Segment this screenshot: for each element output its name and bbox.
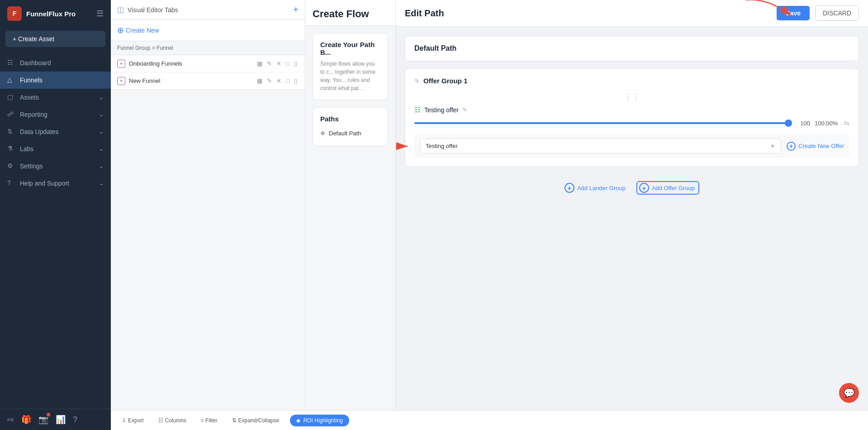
chevron-down-icon: ⌄ [99,129,104,135]
funnel-item-name: Onboarding Funnels [129,60,252,67]
chat-bubble-button[interactable]: 💬 [839,383,859,403]
path-item[interactable]: ✥ Default Path [320,128,380,139]
expand-collapse-button[interactable]: ⇅ Expand/Collapse [228,416,283,425]
funnel-item-name: New Funnel [129,77,252,84]
plus-circle-icon: + [639,183,649,193]
offer-group-header: ✎ Offer Group 1 [414,77,849,85]
offer-edit-icon[interactable]: ✎ [462,106,467,113]
sidebar-item-help[interactable]: ? Help and Support ⌄ [0,175,111,192]
path-info-title: Create Your Path B... [320,41,380,56]
sidebar-item-label: Reporting [20,111,47,118]
create-new-offer-button[interactable]: + Create New Offer [787,142,844,151]
data-updates-icon: ⇅ [7,128,15,136]
sidebar-collapse-button[interactable]: ☰ [96,9,104,19]
columns-button[interactable]: ☷ Columns [155,416,190,425]
discard-button[interactable]: DISCARD [815,5,859,21]
sidebar-item-labs[interactable]: ⚗ Labs ⌄ [0,140,111,158]
add-offer-group-wrapper: + Add Offer Group [636,181,699,195]
create-asset-button[interactable]: + Create Asset [5,31,105,47]
offer-annotation-arrow [396,139,412,153]
slider-value: 100 [797,120,810,127]
funnel-item-actions: ▩ ✎ ✕ □ ▯ [256,59,299,68]
assets-icon: ▢ [7,93,15,101]
funnel-item-icon: + [117,60,125,68]
expand-collapse-icon: ⇅ [232,417,237,424]
funnel-item-edit-button[interactable]: ✎ [266,59,273,68]
roi-highlighting-button[interactable]: ◆ ROI Highlighting [290,415,349,426]
add-offer-group-label: Add Offer Group [652,185,695,191]
sidebar-item-assets[interactable]: ▢ Assets ⌄ [0,89,111,106]
sidebar-bottom: ⇨ 🎁 📷 📊 ? [0,409,111,430]
edit-path-title: Edit Path [405,8,771,19]
funnel-item-stats-button[interactable]: ▩ [256,76,264,85]
funnel-item-stats-button[interactable]: ▩ [256,59,264,68]
slider-expand-button[interactable]: ⇆ [844,119,849,127]
funnel-item-copy-button[interactable]: ▯ [293,76,299,85]
offer-weight-slider[interactable] [414,122,792,124]
offer-dropdown[interactable]: Testing offer ▼ [420,139,781,153]
funnel-item: + Onboarding Funnels ▩ ✎ ✕ □ ▯ [111,55,305,72]
chevron-down-icon: ⌄ [99,146,104,152]
sidebar-item-funnels[interactable]: △ Funnels [0,72,111,89]
funnel-item-close-button[interactable]: ✕ [275,59,283,68]
chevron-down-icon: ⌄ [99,111,104,118]
dashboard-icon: ☷ [7,59,15,67]
app-logo: F [7,6,22,21]
slider-row: 100 100.00% ⇆ [414,119,849,127]
funnel-item-folder-button[interactable]: □ [285,59,291,68]
paths-title: Paths [320,115,380,123]
funnel-item-close-button[interactable]: ✕ [275,76,283,85]
roi-icon: ◆ [296,417,300,424]
sidebar-bottom-icon-chart[interactable]: 📊 [56,415,66,425]
sidebar-bottom-icon-help[interactable]: ? [73,415,77,425]
sidebar-item-data-updates[interactable]: ⇅ Data Updates ⌄ [0,123,111,140]
filter-button[interactable]: ▿ Filter [197,416,221,425]
funnel-item-copy-button[interactable]: ▯ [293,59,299,68]
plus-circle-icon: + [564,183,574,193]
edit-path-content: Default Path ✎ Offer Group 1 ⋮⋮ ☷ Testin… [396,27,868,430]
add-tab-button[interactable]: + [293,5,299,15]
sidebar-bottom-icon-gift[interactable]: 🎁 [21,415,31,425]
sidebar-bottom-icon-camera[interactable]: 📷 [38,415,48,425]
filter-label: Filter [205,417,218,424]
sidebar-item-label: Assets [20,94,39,101]
path-item-label: Default Path [329,130,361,137]
settings-icon: ⚙ [7,162,15,170]
plus-circle-icon: + [787,142,796,151]
notification-badge [47,413,50,416]
add-lander-group-button[interactable]: + Add Lander Group [564,183,626,193]
filter-icon: ▿ [201,417,204,424]
edit-path-header: Edit Path Save DISCARD [396,0,868,27]
funnel-item-icon: + [117,77,125,85]
sidebar-bottom-icon-1[interactable]: ⇨ [7,415,14,425]
funnel-item-folder-button[interactable]: □ [285,76,291,85]
paths-box: Paths ✥ Default Path [313,107,388,146]
roi-label: ROI Highlighting [303,417,342,424]
save-button[interactable]: Save [777,6,810,20]
sidebar-item-label: Labs [20,145,33,153]
create-new-button[interactable]: ⊕ Create New [117,25,159,35]
edit-path-panel: Edit Path Save DISCARD Default Path [396,0,868,430]
offer-name: Testing offer [424,106,459,114]
funnel-item-edit-button[interactable]: ✎ [266,76,273,85]
funnel-panel: ◫ Visual Editor Tabs + ⊕ Create New Funn… [111,0,305,430]
reporting-icon: ☍ [7,110,15,119]
editor-icon: ◫ [117,5,124,14]
export-button[interactable]: ⇩ Export [118,416,147,425]
sidebar-item-reporting[interactable]: ☍ Reporting ⌄ [0,106,111,123]
columns-label: Columns [165,417,186,424]
plus-circle-icon: ⊕ [117,25,124,35]
sidebar-item-dashboard[interactable]: ☷ Dashboard [0,54,111,72]
pencil-icon[interactable]: ✎ [414,77,420,85]
sidebar-item-settings[interactable]: ⚙ Settings ⌄ [0,158,111,175]
create-new-offer-label: Create New Offer [798,143,844,149]
help-icon: ? [7,179,15,187]
funnel-item-actions: ▩ ✎ ✕ □ ▯ [256,76,299,85]
add-lander-group-label: Add Lander Group [577,185,626,191]
flow-panel: Create Flow Create Your Path B... Simple… [305,0,396,430]
main-area: ◫ Visual Editor Tabs + ⊕ Create New Funn… [111,0,868,430]
add-group-row: + Add Lander Group + Add Offer Group [405,174,859,202]
offer-row: ☷ Testing offer ✎ [414,105,849,114]
offer-group-title: Offer Group 1 [423,77,468,85]
add-offer-group-button[interactable]: + Add Offer Group [639,183,695,193]
